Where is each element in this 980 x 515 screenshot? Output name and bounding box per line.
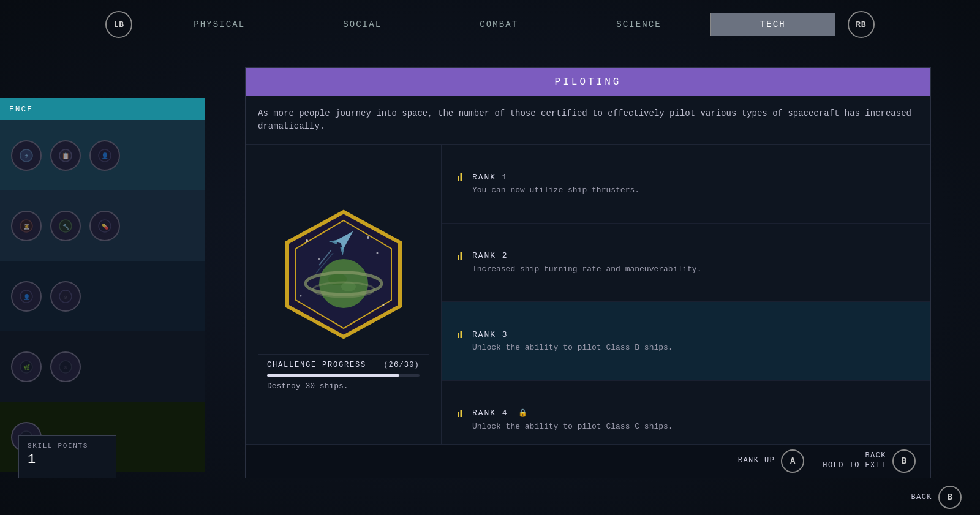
bottom-right-back-button[interactable]: B — [938, 486, 962, 509]
rb-button[interactable]: RB — [848, 11, 875, 38]
svg-rect-46 — [458, 412, 459, 417]
rank-4-icon — [456, 408, 466, 418]
challenge-description: Destroy 30 ships. — [267, 382, 420, 391]
rank-up-action[interactable]: RANK UP A — [738, 449, 805, 473]
skill-badge — [282, 207, 405, 342]
svg-point-34 — [318, 258, 320, 260]
svg-rect-43 — [461, 252, 462, 260]
challenge-count: (26/30) — [383, 361, 420, 369]
skill-icon-2b[interactable]: 🔧 — [50, 211, 81, 241]
svg-text:🌿: 🌿 — [23, 364, 31, 371]
challenge-area: CHALLENGE PROGRESS (26/30) Destroy 30 sh… — [258, 354, 429, 397]
svg-text:📋: 📋 — [62, 152, 70, 160]
rank-3-icon — [456, 329, 466, 339]
challenge-bar-fill — [267, 374, 399, 377]
svg-point-35 — [367, 236, 369, 239]
skill-description: As more people journey into space, the n… — [246, 96, 930, 145]
svg-point-36 — [300, 295, 301, 297]
rank-row-2[interactable]: RANK 2 Increased ship turning rate and m… — [442, 224, 930, 303]
nav-tabs: PHYSICAL SOCIAL COMBAT SCIENCE TECH — [145, 13, 835, 36]
rank-4-lock-icon: 🔒 — [518, 408, 527, 418]
skill-body: CHALLENGE PROGRESS (26/30) Destroy 30 sh… — [246, 145, 930, 459]
tab-combat[interactable]: COMBAT — [431, 13, 567, 36]
rank-4-description: Unlock the ability to pilot Class C ship… — [456, 422, 916, 431]
bottom-actions-bar: RANK UP A BACK HOLD TO EXIT B — [246, 444, 930, 478]
rank-1-title: RANK 1 — [472, 173, 508, 182]
back-label-line1: BACK — [823, 451, 886, 461]
back-button[interactable]: B — [892, 449, 916, 473]
skill-points-label: SKILL POINTS — [28, 442, 107, 449]
sidebar-row-4[interactable]: 🌿 ⊗ — [0, 331, 205, 402]
lb-button[interactable]: LB — [105, 11, 132, 38]
skill-icon-2a[interactable]: 🧑‍🚀 — [11, 211, 42, 241]
skill-badge-area: CHALLENGE PROGRESS (26/30) Destroy 30 sh… — [246, 145, 442, 459]
svg-rect-44 — [458, 333, 459, 338]
bottom-right-back-label: BACK — [911, 493, 932, 502]
rank-2-title: RANK 2 — [472, 251, 508, 260]
rank-4-title: RANK 4 — [472, 408, 508, 418]
rank-3-title: RANK 3 — [472, 330, 508, 339]
skill-icon-4a[interactable]: 🌿 — [11, 351, 42, 382]
svg-rect-45 — [461, 331, 462, 338]
challenge-bar-background — [267, 374, 420, 377]
svg-text:⚙: ⚙ — [63, 295, 67, 301]
sidebar-row-2[interactable]: 🧑‍🚀 🔧 💊 — [0, 190, 205, 261]
skill-icon-2c[interactable]: 💊 — [89, 211, 120, 241]
rank-1-description: You can now utilize ship thrusters. — [456, 186, 916, 195]
rank-2-title-row: RANK 2 — [456, 251, 916, 261]
sidebar-row-3[interactable]: 👤 ⚙ — [0, 261, 205, 331]
rank-row-1[interactable]: RANK 1 You can now utilize ship thruster… — [442, 145, 930, 224]
svg-text:🔧: 🔧 — [62, 223, 70, 230]
ranks-area: RANK 1 You can now utilize ship thruster… — [442, 145, 930, 459]
rank-up-label: RANK UP — [738, 456, 775, 466]
back-action[interactable]: BACK HOLD TO EXIT B — [823, 449, 916, 473]
svg-text:👤: 👤 — [23, 293, 31, 301]
skill-title: PILOTING — [555, 77, 622, 88]
rank-1-icon — [456, 172, 466, 182]
rank-3-description: Unlock the ability to pilot Class B ship… — [456, 343, 916, 352]
svg-text:⊗: ⊗ — [64, 365, 67, 371]
svg-rect-41 — [461, 173, 462, 181]
tab-tech[interactable]: TECH — [710, 13, 835, 36]
rank-4-title-row: RANK 4 🔒 — [456, 408, 916, 418]
skill-points-box: SKILL POINTS 1 — [18, 435, 116, 478]
tab-science[interactable]: SCIENCE — [567, 13, 710, 36]
svg-text:⚗: ⚗ — [24, 153, 28, 160]
svg-text:🧑‍🚀: 🧑‍🚀 — [23, 223, 31, 230]
skill-title-bar: PILOTING — [246, 68, 930, 96]
skill-icon-4b[interactable]: ⊗ — [50, 351, 81, 382]
top-navigation: LB PHYSICAL SOCIAL COMBAT SCIENCE TECH R… — [0, 0, 980, 49]
skill-icon-1c[interactable]: 👤 — [89, 140, 120, 171]
svg-rect-40 — [458, 176, 459, 181]
rank-up-button[interactable]: A — [781, 449, 804, 473]
skill-points-value: 1 — [28, 452, 107, 467]
sidebar-header: ENCE — [0, 98, 205, 120]
svg-point-37 — [382, 304, 384, 306]
challenge-label: CHALLENGE PROGRESS — [267, 361, 366, 369]
rank-1-title-row: RANK 1 — [456, 172, 916, 182]
skill-icon-3a[interactable]: 👤 — [11, 281, 42, 312]
svg-text:👤: 👤 — [101, 152, 109, 160]
skill-icon-3b[interactable]: ⚙ — [50, 281, 81, 312]
skill-icon-1a[interactable]: ⚗ — [11, 140, 42, 171]
svg-text:💊: 💊 — [102, 223, 109, 230]
rank-row-3[interactable]: RANK 3 Unlock the ability to pilot Class… — [442, 302, 930, 381]
svg-point-33 — [376, 252, 378, 254]
rank-2-description: Increased ship turning rate and maneuver… — [456, 265, 916, 274]
svg-rect-42 — [458, 255, 459, 260]
rank-3-title-row: RANK 3 — [456, 329, 916, 339]
tab-physical[interactable]: PHYSICAL — [145, 13, 294, 36]
challenge-label-row: CHALLENGE PROGRESS (26/30) — [267, 361, 420, 369]
skill-icon-1b[interactable]: 📋 — [50, 140, 81, 171]
rank-2-icon — [456, 251, 466, 261]
svg-point-32 — [306, 239, 308, 242]
svg-rect-47 — [461, 410, 462, 417]
back-label-line2: HOLD TO EXIT — [823, 461, 886, 471]
tab-social[interactable]: SOCIAL — [294, 13, 431, 36]
sidebar-row-1[interactable]: ⚗ 📋 👤 — [0, 120, 205, 190]
main-content-panel: PILOTING As more people journey into spa… — [245, 67, 931, 478]
bottom-right-back[interactable]: BACK B — [911, 486, 962, 509]
